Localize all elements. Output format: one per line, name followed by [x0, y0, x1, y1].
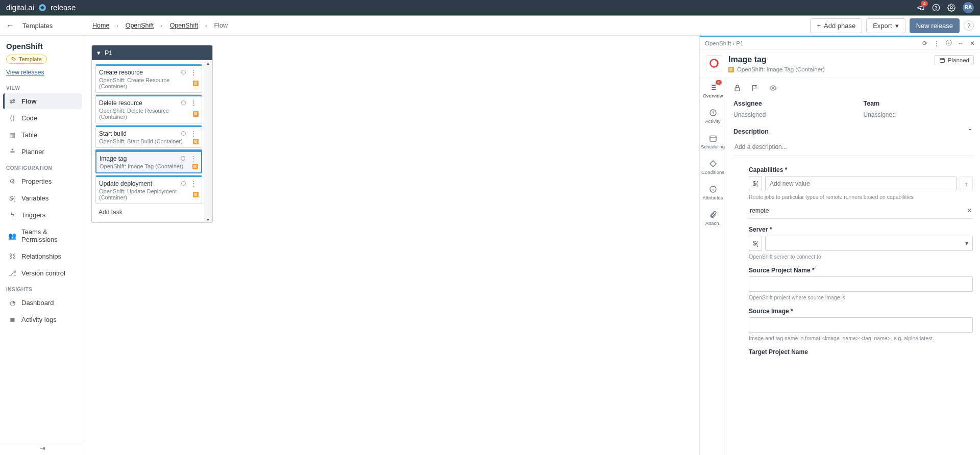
section-view: VIEW [0, 80, 85, 93]
export-button[interactable]: Export▾ [866, 18, 905, 33]
template-pill[interactable]: Template [6, 55, 47, 64]
phase-header[interactable]: ▾P1 [92, 45, 212, 60]
task-card[interactable]: Create resource⋮OpenShift: Create Resour… [95, 64, 202, 93]
source-project-label: Source Project Name * [749, 267, 973, 274]
diamond-icon [709, 160, 717, 168]
flag-icon[interactable] [751, 84, 759, 92]
crumb-home[interactable]: Home [92, 22, 109, 29]
context-help-icon[interactable]: ? [964, 20, 974, 31]
close-icon[interactable]: ✕ [970, 40, 975, 47]
tab-activity[interactable]: Activity [700, 104, 726, 129]
gear-icon[interactable] [947, 4, 955, 12]
panel-breadcrumb[interactable]: OpenShift › P1 [705, 40, 916, 46]
tab-overview[interactable]: 4Overview [700, 78, 726, 104]
add-capability-button[interactable]: + [960, 176, 973, 191]
variable-button[interactable]: ${ [749, 236, 762, 251]
team-value[interactable]: Unassigned [864, 111, 973, 118]
task-subtype: OpenShift: Start Build (Container) [99, 138, 191, 144]
source-image-input[interactable] [749, 317, 973, 333]
sidebar-item-version[interactable]: ⎇Version control [3, 265, 82, 281]
add-phase-button[interactable]: +Add phase [810, 18, 862, 33]
avatar[interactable]: RA [963, 2, 974, 13]
list-icon: ≣ [8, 316, 16, 323]
crumb-folder[interactable]: OpenShift [126, 22, 154, 29]
table-icon: ▦ [8, 131, 16, 139]
sidebar-item-properties[interactable]: ⚙Properties [3, 173, 82, 189]
notif-badge: 4 [921, 1, 928, 7]
sidebar-item-variables[interactable]: ${Variables [3, 190, 82, 206]
eye-icon[interactable] [769, 84, 777, 92]
task-card[interactable]: Delete resource⋮OpenShift: Delete Resour… [95, 94, 202, 123]
refresh-icon[interactable]: ⟳ [922, 40, 927, 47]
section-config: CONFIGURATION [0, 160, 85, 173]
team-label: Team [864, 100, 973, 107]
source-image-label: Source Image * [749, 308, 973, 315]
capabilities-input[interactable] [765, 176, 957, 191]
status-dropdown[interactable]: Planned [935, 55, 974, 65]
flow-canvas[interactable]: ▾P1 Create resource⋮OpenShift: Create Re… [85, 36, 699, 455]
sidebar-item-dashboard[interactable]: ◔Dashboard [3, 295, 82, 311]
top-actions: 4 RA [917, 2, 974, 13]
gauge-icon: ◔ [8, 299, 16, 307]
scroll-up-icon[interactable]: ▴ [207, 60, 209, 66]
expand-icon[interactable]: ↔ [958, 40, 964, 46]
container-icon: ▥ [193, 81, 199, 86]
tab-conditions[interactable]: Conditions [700, 155, 726, 180]
sidebar-item-code[interactable]: ⟨⟩Code [3, 110, 82, 126]
sidebar-item-table[interactable]: ▦Table [3, 127, 82, 143]
sidebar: OpenShift Template View releases VIEW ⇄F… [0, 36, 85, 455]
view-releases-link[interactable]: View releases [6, 69, 44, 76]
sidebar-item-triggers[interactable]: ϟTriggers [3, 207, 82, 223]
container-icon: ▥ [728, 67, 734, 72]
more-icon[interactable]: ⋮ [934, 40, 940, 47]
sidebar-collapse[interactable]: ⇥ [0, 441, 85, 455]
sidebar-item-activity[interactable]: ≣Activity logs [3, 312, 82, 327]
variable-button[interactable]: ${ [749, 176, 762, 191]
announcement-icon[interactable]: 4 [917, 4, 925, 12]
task-menu-icon[interactable]: ⋮ [189, 99, 199, 107]
crumb-template[interactable]: OpenShift [170, 22, 199, 29]
task-menu-icon[interactable]: ⋮ [189, 68, 199, 76]
description-input[interactable] [733, 140, 973, 156]
description-toggle[interactable]: Description⌃ [726, 123, 980, 139]
flow-icon: ⇄ [8, 97, 16, 105]
task-title: Image tag [100, 155, 181, 162]
server-select[interactable]: ▾ [765, 236, 973, 251]
add-task-button[interactable]: Add task [95, 206, 202, 219]
scroll-down-icon[interactable]: ▾ [207, 217, 209, 222]
sidebar-item-flow[interactable]: ⇄Flow [3, 93, 82, 109]
task-menu-icon[interactable]: ⋮ [188, 155, 198, 162]
toolbar-context[interactable]: Templates [22, 22, 53, 30]
task-menu-icon[interactable]: ⋮ [189, 130, 199, 137]
new-release-button[interactable]: New release [910, 18, 960, 33]
task-card[interactable]: Start build⋮OpenShift: Start Build (Cont… [95, 125, 202, 148]
assignee-value[interactable]: Unassigned [733, 111, 843, 118]
container-icon: ▥ [193, 111, 199, 117]
planner-icon: ≛ [8, 148, 16, 156]
clock-icon [709, 109, 717, 117]
sliders-icon: ⚙ [8, 178, 16, 185]
sidebar-item-relationships[interactable]: ⛓Relationships [3, 248, 82, 264]
sidebar-title: OpenShift [6, 42, 79, 50]
lock-icon[interactable] [733, 84, 741, 92]
tab-attachments[interactable]: Attach. [700, 206, 726, 231]
help-icon[interactable] [932, 4, 940, 12]
container-icon: ▥ [193, 139, 199, 144]
tab-attributes[interactable]: Attributes [700, 180, 726, 206]
task-subtype: OpenShift: Create Resource (Container) [99, 77, 191, 89]
task-card[interactable]: Image tag⋮OpenShift: Image Tag (Containe… [95, 149, 202, 173]
sidebar-item-planner[interactable]: ≛Planner [3, 144, 82, 160]
status-icon [181, 100, 186, 105]
tab-scheduling[interactable]: Scheduling [700, 129, 726, 155]
sidebar-item-teams[interactable]: 👥Teams & Permissions [3, 224, 82, 247]
source-project-input[interactable] [749, 276, 973, 292]
remove-chip-icon[interactable]: ✕ [967, 207, 972, 214]
assignee-label: Assignee [733, 100, 843, 107]
source-image-hint: Image and tag name in format <image_name… [749, 335, 973, 341]
phase-scrollbar[interactable]: ▴▾ [204, 60, 212, 222]
capabilities-hint: Route jobs to particular types of remote… [749, 194, 973, 200]
info-icon[interactable]: ⓘ [946, 39, 952, 47]
task-card[interactable]: Update deployment⋮OpenShift: Update Depl… [95, 175, 202, 204]
back-icon[interactable]: ← [6, 21, 14, 30]
task-menu-icon[interactable]: ⋮ [189, 180, 199, 187]
